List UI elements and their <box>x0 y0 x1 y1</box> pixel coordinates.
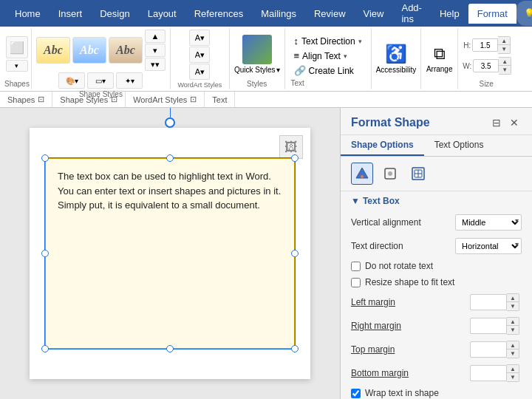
left-margin-input[interactable]: 0.1" <box>470 294 507 310</box>
shape-styles-more-btn[interactable]: ▾▾ <box>145 58 166 71</box>
section-shape-styles[interactable]: Shape Styles ⊡ <box>52 92 126 107</box>
layout-icon-btn[interactable] <box>407 163 429 185</box>
section-wordart[interactable]: WordArt Styles ⊡ <box>126 92 205 107</box>
shape-style-btn-1[interactable]: Abc <box>36 37 70 64</box>
wrap-text-checkbox[interactable] <box>351 389 361 398</box>
tell-me-button[interactable]: 💡 Tell me <box>516 1 532 26</box>
width-up[interactable]: ▲ <box>499 58 511 66</box>
handle-bottom-left[interactable] <box>41 345 49 352</box>
tab-format[interactable]: Format <box>468 4 516 24</box>
document-area[interactable]: 🖼 The text box can be used to highlight … <box>0 108 340 399</box>
text-direction-label: Text Direction <box>301 36 355 47</box>
left-margin-down[interactable]: ▼ <box>507 302 519 310</box>
handle-top-left[interactable] <box>41 154 49 162</box>
text-direction-select[interactable]: Horizontal Rotate all text 90° Rotate al… <box>455 238 522 254</box>
text-group: ↕ Text Direction ▾ ≡ Align Text ▾ 🔗 Crea… <box>285 28 372 89</box>
handle-bottom-middle[interactable] <box>166 345 174 352</box>
tab-addins[interactable]: Add-ins <box>392 0 430 29</box>
bottom-margin-input[interactable]: 0.05" <box>470 365 507 381</box>
bottom-margin-down[interactable]: ▼ <box>507 373 519 381</box>
text-direction-item[interactable]: ↕ Text Direction ▾ <box>291 34 365 48</box>
create-link-item[interactable]: 🔗 Create Link <box>291 64 365 78</box>
shape-styles-up-btn[interactable]: ▲ <box>145 30 166 43</box>
right-margin-up[interactable]: ▲ <box>507 318 519 326</box>
do-not-rotate-checkbox[interactable] <box>351 262 361 271</box>
rotate-handle[interactable] <box>165 108 175 128</box>
quick-styles-btn[interactable] <box>242 35 272 64</box>
text-direction-row: Text direction Horizontal Rotate all tex… <box>341 234 532 258</box>
wordart-effects-btn[interactable]: A▾ <box>189 64 210 80</box>
tab-references[interactable]: References <box>185 4 252 24</box>
panel-header: Format Shape ⊟ ✕ <box>341 108 532 135</box>
wordart-styles-label: WordArt Styles <box>177 80 222 89</box>
wordart-fill-btn[interactable]: A▾ <box>189 30 210 46</box>
size-label: Size <box>479 78 493 88</box>
bottom-margin-label: Bottom margin <box>351 368 466 378</box>
right-margin-down[interactable]: ▼ <box>507 326 519 334</box>
tab-layout[interactable]: Layout <box>139 4 185 24</box>
height-down[interactable]: ▼ <box>498 45 510 53</box>
quick-styles-label: Quick Styles <box>234 66 276 74</box>
tab-review[interactable]: Review <box>305 4 355 24</box>
tab-insert[interactable]: Insert <box>50 4 92 24</box>
shape-outline-btn[interactable]: ▭▾ <box>87 72 114 89</box>
top-margin-input[interactable]: 0.05" <box>470 341 507 358</box>
left-margin-up[interactable]: ▲ <box>507 294 519 302</box>
shapes-more-btn[interactable]: ▾ <box>6 60 28 72</box>
effects-icon-btn[interactable] <box>379 163 401 185</box>
accessibility-label: Accessibility <box>376 66 416 75</box>
fill-line-icon-btn[interactable] <box>351 163 373 185</box>
vertical-alignment-label: Vertical alignment <box>351 217 451 228</box>
height-input[interactable] <box>472 38 498 52</box>
height-up[interactable]: ▲ <box>498 37 510 45</box>
tab-help[interactable]: Help <box>431 4 468 24</box>
width-down[interactable]: ▼ <box>499 66 511 74</box>
left-margin-label: Left margin <box>351 297 466 307</box>
resize-shape-label[interactable]: Resize shape to fit text <box>365 277 454 287</box>
handle-bottom-right[interactable] <box>291 345 299 352</box>
shape-styles-down-btn[interactable]: ▾ <box>145 44 166 57</box>
bottom-margin-btns: ▲ ▼ <box>507 364 519 382</box>
quick-styles-dropdown[interactable]: Quick Styles ▾ <box>234 66 280 74</box>
handle-top-middle[interactable] <box>166 154 174 162</box>
section-text[interactable]: Text <box>205 92 235 107</box>
textbox-selection[interactable]: The text box can be used to highlight te… <box>44 157 296 349</box>
section-shapes[interactable]: Shapes ⊡ <box>0 92 52 107</box>
panel-close-btn[interactable]: ✕ <box>507 115 522 130</box>
align-text-item[interactable]: ≡ Align Text ▾ <box>291 49 365 63</box>
accessibility-btn[interactable]: ♿ <box>385 44 407 64</box>
ribbon: Home Insert Design Layout References Mai… <box>0 0 532 27</box>
textbox[interactable]: The text box can be used to highlight te… <box>45 158 295 349</box>
width-input[interactable] <box>473 59 499 72</box>
panel-tabs: Shape Options Text Options <box>341 135 532 157</box>
wrap-text-label[interactable]: Wrap text in shape <box>365 388 439 398</box>
shape-style-btn-3[interactable]: Abc <box>109 37 143 64</box>
tab-shape-options[interactable]: Shape Options <box>341 135 424 156</box>
shape-fill-btn[interactable]: 🎨▾ <box>58 72 85 89</box>
right-margin-input[interactable]: 0.1" <box>470 318 507 334</box>
tab-home[interactable]: Home <box>6 4 50 24</box>
arrange-btn[interactable]: ⧉ <box>434 44 446 64</box>
do-not-rotate-label[interactable]: Do not rotate text <box>365 261 433 271</box>
textbox-section-header[interactable]: ▼ Text Box <box>341 191 532 211</box>
tab-text-options[interactable]: Text Options <box>424 135 494 156</box>
handle-top-right[interactable] <box>291 154 299 162</box>
top-margin-down[interactable]: ▼ <box>507 349 519 358</box>
format-shape-panel: Format Shape ⊟ ✕ Shape Options Text Opti… <box>340 108 532 399</box>
resize-shape-checkbox[interactable] <box>351 278 361 287</box>
vertical-alignment-select[interactable]: Top Middle Bottom <box>455 214 522 231</box>
wordart-outline-btn[interactable]: A▾ <box>189 47 210 63</box>
shapes-dropdown-btn[interactable]: ⬜ <box>6 36 28 58</box>
top-margin-up[interactable]: ▲ <box>507 341 519 349</box>
panel-collapse-btn[interactable]: ⊟ <box>489 115 504 130</box>
svg-point-3 <box>388 171 392 176</box>
tab-mailings[interactable]: Mailings <box>252 4 305 24</box>
handle-middle-right[interactable] <box>291 250 299 257</box>
bottom-margin-up[interactable]: ▲ <box>507 365 519 373</box>
handle-middle-left[interactable] <box>41 250 49 257</box>
shape-effects-btn[interactable]: ✦▾ <box>116 72 143 89</box>
tab-view[interactable]: View <box>355 4 393 24</box>
top-margin-btns: ▲ ▼ <box>507 341 519 358</box>
shape-style-btn-2[interactable]: Abc <box>72 37 106 64</box>
tab-design[interactable]: Design <box>91 4 138 24</box>
